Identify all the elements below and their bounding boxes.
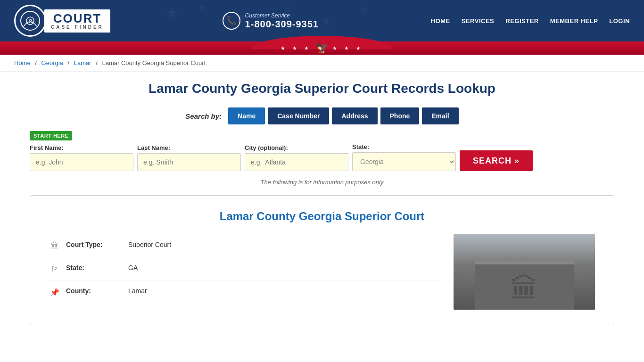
building-icon: 🏛 xyxy=(49,242,60,250)
state-row: 🏳 State: GA xyxy=(49,257,439,280)
nav-login[interactable]: LOGIN xyxy=(609,17,630,25)
logo-case-finder-text: CASE FINDER xyxy=(51,25,104,30)
county-value: Lamar xyxy=(128,287,147,295)
court-photo-inner xyxy=(454,234,595,310)
city-input[interactable] xyxy=(245,153,348,171)
court-info-left: 🏛 Court Type: Superior Court 🏳 State: GA… xyxy=(49,234,439,310)
breadcrumb-home[interactable]: Home xyxy=(14,59,31,66)
breadcrumb-current: Lamar County Georgia Superior Court xyxy=(102,59,206,66)
breadcrumb-sep-1: / xyxy=(35,59,37,66)
search-form-row: First Name: Last Name: City (optional): … xyxy=(30,143,614,171)
stars-right: ★ ★ ★ xyxy=(332,45,363,51)
logo-text-box: COURT CASE FINDER xyxy=(44,9,110,33)
county-label: County: xyxy=(66,287,123,295)
logo-svg: ⚖ xyxy=(20,10,41,31)
main-nav: HOME SERVICES REGISTER MEMBER HELP LOGIN xyxy=(431,17,630,25)
eagle-icon: 🦅 xyxy=(316,42,329,54)
breadcrumb-lamar[interactable]: Lamar xyxy=(74,59,91,66)
wave-banner: ★ ★ ★ 🦅 ★ ★ ★ xyxy=(0,41,644,55)
search-form-container: START HERE First Name: Last Name: City (… xyxy=(30,131,614,171)
star-decoration: ★ xyxy=(198,2,207,14)
logo-area[interactable]: ⚖ COURT CASE FINDER xyxy=(14,5,110,37)
tab-case-number[interactable]: Case Number xyxy=(268,107,329,124)
first-name-label: First Name: xyxy=(30,144,133,151)
first-name-group: First Name: xyxy=(30,144,133,171)
logo-circle: ⚖ xyxy=(14,5,46,37)
phone-number: 1-800-309-9351 xyxy=(245,19,319,30)
star-decoration: ★ xyxy=(358,4,369,17)
stars-left: ★ ★ ★ xyxy=(281,45,312,51)
court-type-value: Superior Court xyxy=(128,241,171,248)
nav-member-help[interactable]: MEMBER HELP xyxy=(550,17,598,25)
court-info-grid: 🏛 Court Type: Superior Court 🏳 State: GA… xyxy=(49,234,595,310)
tab-email[interactable]: Email xyxy=(422,107,458,124)
search-by-label: Search by: xyxy=(185,112,222,120)
star-decoration: ★ xyxy=(321,14,331,29)
court-info-box: Lamar County Georgia Superior Court 🏛 Co… xyxy=(30,195,614,324)
eagle-area: ★ ★ ★ 🦅 ★ ★ ★ xyxy=(281,42,363,54)
court-info-right xyxy=(454,234,595,310)
tab-address[interactable]: Address xyxy=(332,107,377,124)
phone-icon: 📞 xyxy=(223,12,240,30)
main-content: Lamar County Georgia Superior Court Reco… xyxy=(16,72,628,334)
phone-area: 📞 Customer Service 1-800-309-9351 xyxy=(223,12,319,30)
court-info-title: Lamar County Georgia Superior Court xyxy=(49,210,595,223)
tab-name[interactable]: Name xyxy=(228,107,265,124)
nav-services[interactable]: SERVICES xyxy=(462,17,495,25)
state-info-value: GA xyxy=(128,264,138,272)
phone-info: Customer Service 1-800-309-9351 xyxy=(245,12,319,30)
city-label: City (optional): xyxy=(245,144,348,151)
city-group: City (optional): xyxy=(245,144,348,171)
state-group: State: Georgia xyxy=(352,143,456,171)
tab-phone[interactable]: Phone xyxy=(380,107,420,124)
last-name-group: Last Name: xyxy=(137,144,241,171)
star-decoration: ★ xyxy=(165,4,179,22)
state-label: State: xyxy=(352,143,456,150)
first-name-input[interactable] xyxy=(30,153,133,171)
breadcrumb-sep-2: / xyxy=(67,59,69,66)
last-name-label: Last Name: xyxy=(137,144,241,151)
court-type-row: 🏛 Court Type: Superior Court xyxy=(49,234,439,257)
nav-home[interactable]: HOME xyxy=(431,17,450,25)
search-button[interactable]: SEARCH » xyxy=(460,150,533,171)
last-name-input[interactable] xyxy=(137,153,241,171)
svg-text:⚖: ⚖ xyxy=(28,18,33,24)
customer-service-label: Customer Service xyxy=(245,12,319,19)
page-title: Lamar County Georgia Superior Court Reco… xyxy=(30,81,614,96)
breadcrumb: Home / Georgia / Lamar / Lamar County Ge… xyxy=(0,55,644,72)
site-header: ★ ★ ★ ★ ★ ★ ⚖ COURT CASE FINDER 📞 Custom… xyxy=(0,0,644,41)
court-type-label: Court Type: xyxy=(66,241,123,248)
county-row: 📌 County: Lamar xyxy=(49,280,439,304)
nav-register[interactable]: REGISTER xyxy=(505,17,538,25)
state-select[interactable]: Georgia xyxy=(352,152,456,171)
search-tabs-row: Search by: Name Case Number Address Phon… xyxy=(30,107,614,124)
court-photo xyxy=(454,234,595,310)
disclaimer-text: The following is for information purpose… xyxy=(30,179,614,186)
breadcrumb-sep-3: / xyxy=(96,59,98,66)
flag-icon: 🏳 xyxy=(49,265,60,273)
start-here-badge: START HERE xyxy=(30,131,72,140)
breadcrumb-georgia[interactable]: Georgia xyxy=(41,59,63,66)
logo-court-text: COURT xyxy=(53,12,101,25)
pin-icon: 📌 xyxy=(49,288,60,297)
state-info-label: State: xyxy=(66,264,123,272)
